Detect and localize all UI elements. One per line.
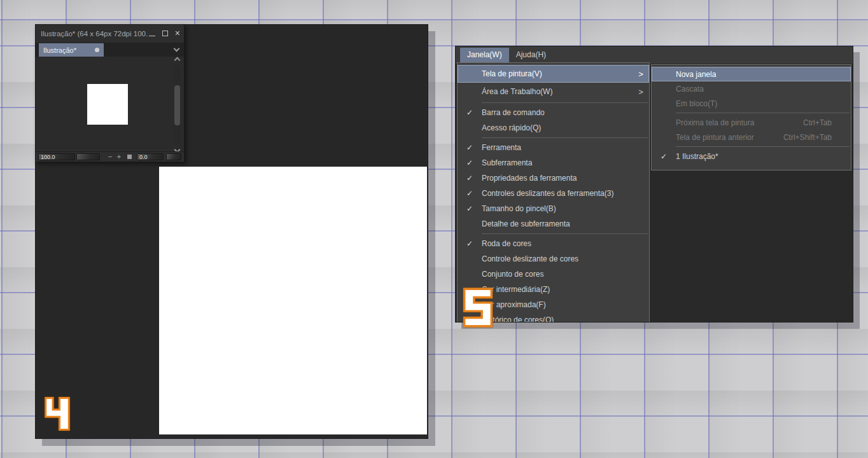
chevron-down-icon[interactable] xyxy=(174,46,180,52)
check-icon: ✓ xyxy=(458,174,482,183)
titlebar[interactable]: Ilustração* (64 x 64px 72dpi 100. × xyxy=(36,25,184,43)
step-5-marker xyxy=(464,290,492,325)
canvas-page[interactable] xyxy=(87,84,128,125)
menubar-item-janela[interactable]: Janela(W) xyxy=(460,48,509,62)
menu-item-label: Roda de cores xyxy=(482,239,649,248)
menu-separator xyxy=(676,113,850,113)
vertical-scrollbar[interactable] xyxy=(173,58,181,152)
menu-item-nova-janela[interactable]: Nova janela xyxy=(652,67,851,81)
menu-item-label: Conjunto de cores xyxy=(482,270,649,279)
menu-separator xyxy=(482,102,648,103)
document-tab[interactable]: Ilustração* xyxy=(39,43,104,57)
menu-item-label: Cascata xyxy=(676,85,851,94)
close-icon[interactable]: × xyxy=(175,29,180,37)
menu-item-label: 1 Ilustração* xyxy=(676,152,851,161)
canvas-statusbar: 100.0 − + 0.0 xyxy=(36,151,184,161)
illustration-float-window: Ilustração* (64 x 64px 72dpi 100. × Ilus… xyxy=(35,24,185,162)
document-canvas[interactable] xyxy=(159,167,427,434)
step-4-marker xyxy=(45,399,69,429)
menubar-item-ajuda[interactable]: Ajuda(H) xyxy=(509,48,553,62)
check-icon: ✓ xyxy=(458,143,482,152)
menu-item-label: Tela de pintura anterior xyxy=(676,133,783,142)
menu-item-barra-de-comando[interactable]: ✓Barra de comando xyxy=(458,105,649,120)
modified-dot-icon xyxy=(95,48,99,52)
zoom-out-button[interactable]: − xyxy=(106,153,115,160)
menu-item-cascata[interactable]: Cascata xyxy=(652,81,851,96)
menu-item-label: Área de Trabalho(W) xyxy=(482,87,633,96)
menu-separator xyxy=(482,137,648,138)
menu-item-label: Detalhe de subferramenta xyxy=(482,219,649,228)
menu-item-label: Propriedades da ferramenta xyxy=(482,174,649,183)
desktop-grid-background: Ilustração* (64 x 64px 72dpi 100. × Ilus… xyxy=(0,0,868,458)
canvas-window: Ilustração* (64 x 64px 72dpi 100. × Ilus… xyxy=(35,24,428,439)
check-icon: ✓ xyxy=(458,204,482,213)
menu-item-controle-deslizante-de-cores[interactable]: Controle deslizante de cores xyxy=(458,251,649,267)
menu-item-proxima-tela-de-pintura[interactable]: Próxima tela de pinturaCtrl+Tab xyxy=(652,115,851,130)
document-tabbar: Ilustração* xyxy=(36,43,184,57)
menu-item-label: Ferramenta xyxy=(482,143,649,152)
window-title: Ilustração* (64 x 64px 72dpi 100. xyxy=(41,30,148,38)
window-controls: × xyxy=(149,29,180,37)
menu-item-detalhe-de-subferramenta[interactable]: Detalhe de subferramenta xyxy=(458,216,649,232)
menu-item-conjunto-de-cores[interactable]: Conjunto de cores xyxy=(458,267,649,282)
janela-dropdown-menu: Tela de pintura(V)>Área de Trabalho(W)>✓… xyxy=(457,62,650,323)
rotate-value-field[interactable]: 0.0 xyxy=(137,153,164,160)
menubar: Janela(W) Ajuda(H) xyxy=(456,46,853,64)
scroll-up-icon[interactable] xyxy=(174,57,181,64)
menu-item-label: Em bloco(T) xyxy=(676,99,851,108)
rotate-slider[interactable] xyxy=(166,153,181,160)
maximize-icon[interactable] xyxy=(162,31,168,36)
menu-item-em-bloco-t[interactable]: Em bloco(T) xyxy=(652,96,851,111)
menu-item-subferramenta[interactable]: ✓Subferramenta xyxy=(458,155,649,170)
submenu-arrow-icon: > xyxy=(633,69,649,79)
menu-item-controles-deslizantes-da-ferramenta-3[interactable]: ✓Controles deslizantes da ferramenta(3) xyxy=(458,186,649,201)
menu-item-1-ilustracao[interactable]: ✓1 Ilustração* xyxy=(652,149,851,163)
menu-item-label: Barra de comando xyxy=(482,108,649,117)
canvas-viewport[interactable] xyxy=(36,57,184,150)
menu-item-label: Tamanho do pincel(B) xyxy=(482,204,649,213)
menu-separator xyxy=(676,146,850,147)
menu-item-label: Nova janela xyxy=(676,70,851,79)
check-icon: ✓ xyxy=(652,152,676,161)
menu-item-tamanho-do-pincel-b[interactable]: ✓Tamanho do pincel(B) xyxy=(458,201,649,216)
menu-item-label: Cor aproximada(F) xyxy=(482,300,649,309)
menu-item-label: Tela de pintura(V) xyxy=(482,69,633,78)
scrollbar-thumb[interactable] xyxy=(174,85,180,125)
check-icon: ✓ xyxy=(458,189,482,198)
menu-item-label: Histórico de cores(O) xyxy=(482,316,649,323)
menu-item-roda-de-cores[interactable]: ✓Roda de cores xyxy=(458,236,649,251)
check-icon: ✓ xyxy=(458,158,482,167)
document-tab-label: Ilustração* xyxy=(43,46,95,54)
fit-view-icon[interactable] xyxy=(127,155,132,159)
check-icon: ✓ xyxy=(458,239,482,248)
menu-item-tela-de-pintura-anterior[interactable]: Tela de pintura anteriorCtrl+Shift+Tab xyxy=(652,130,851,144)
menu-item-acesso-rapido-q[interactable]: Acesso rápido(Q) xyxy=(458,120,649,135)
menu-item-propriedades-da-ferramenta[interactable]: ✓Propriedades da ferramenta xyxy=(458,170,649,186)
menu-item-area-de-trabalho-w[interactable]: Área de Trabalho(W)> xyxy=(458,83,649,101)
zoom-slider[interactable] xyxy=(76,153,100,160)
zoom-value-field[interactable]: 100.0 xyxy=(38,153,75,160)
menu-item-ferramenta[interactable]: ✓Ferramenta xyxy=(458,140,649,155)
check-icon: ✓ xyxy=(458,108,482,117)
tela-de-pintura-submenu: Nova janelaCascataEm bloco(T)Próxima tel… xyxy=(651,64,851,170)
minimize-icon[interactable] xyxy=(149,36,155,36)
zoom-in-button[interactable]: + xyxy=(115,153,123,160)
menu-item-tela-de-pintura-v[interactable]: Tela de pintura(V)> xyxy=(458,65,649,83)
menu-separator xyxy=(482,233,648,234)
menu-item-label: Cor intermediária(Z) xyxy=(482,285,649,294)
menu-item-label: Acesso rápido(Q) xyxy=(482,123,649,132)
menu-item-label: Controle deslizante de cores xyxy=(482,254,649,263)
menu-item-label: Subferramenta xyxy=(482,158,649,167)
menu-item-label: Controles deslizantes da ferramenta(3) xyxy=(482,189,649,198)
submenu-arrow-icon: > xyxy=(633,87,649,97)
menu-window: Janela(W) Ajuda(H) Tela de pintura(V)>Ár… xyxy=(455,46,853,323)
menu-item-shortcut: Ctrl+Shift+Tab xyxy=(783,133,832,142)
menu-item-shortcut: Ctrl+Tab xyxy=(803,118,832,127)
menu-item-label: Próxima tela de pintura xyxy=(676,118,803,127)
